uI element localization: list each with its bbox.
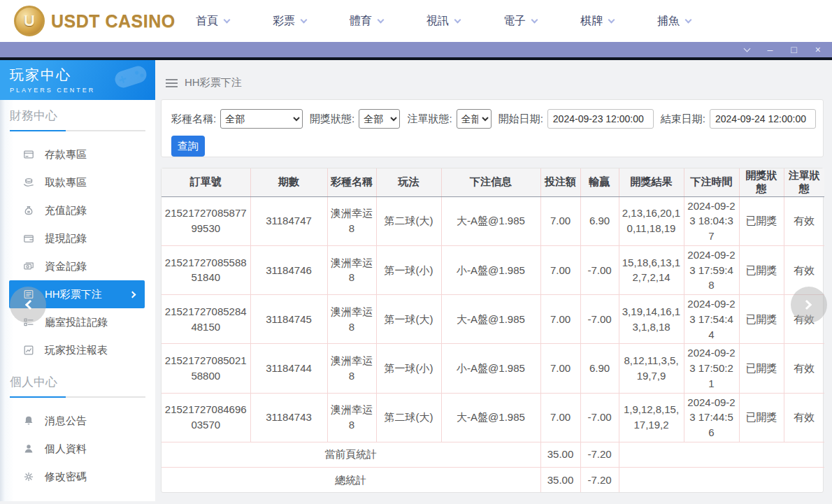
sidebar-item-label: HH彩票下注 bbox=[45, 288, 102, 301]
minimize-icon[interactable]: – bbox=[768, 45, 773, 55]
sidebar-item[interactable]: 資金記錄 bbox=[0, 252, 155, 280]
cell-result: 15,18,6,13,12,7,2,14 bbox=[619, 245, 684, 294]
summary-amount: 35.00 bbox=[540, 442, 580, 467]
column-header: 期數 bbox=[250, 168, 327, 196]
cell-amount: 7.00 bbox=[540, 196, 580, 245]
logo[interactable]: U USDT CASINO bbox=[14, 6, 176, 36]
lottery-name-label: 彩種名稱: bbox=[171, 113, 216, 126]
cell-win: -7.00 bbox=[580, 393, 619, 442]
cell-bet_info: 小-A盤@1.985 bbox=[441, 344, 540, 393]
cell-win: 6.90 bbox=[580, 344, 619, 393]
cell-result: 8,12,11,3,5,19,7,9 bbox=[619, 344, 684, 393]
sidebar-item[interactable]: 充值記錄 bbox=[0, 196, 155, 224]
sidebar-item[interactable]: 個人資料 bbox=[0, 435, 155, 463]
nav-item-fishing[interactable]: 捕魚 bbox=[657, 14, 691, 29]
cell-amount: 7.00 bbox=[540, 393, 580, 442]
sidebar: 玩家中心 PLAYERS CENTER 財務中心 存款專區 取款專區 bbox=[0, 60, 155, 501]
column-header: 玩法 bbox=[376, 168, 441, 196]
end-date-input[interactable] bbox=[710, 109, 816, 129]
sidebar-item-label: 取款專區 bbox=[45, 176, 87, 189]
draw-status-label: 開獎狀態: bbox=[310, 113, 354, 126]
cell-result: 2,13,16,20,10,11,18,19 bbox=[619, 196, 684, 245]
cell-period: 31184747 bbox=[250, 196, 327, 245]
cell-order_status: 有效 bbox=[784, 393, 824, 442]
sidebar-item[interactable]: 修改密碼 bbox=[0, 463, 155, 491]
chevron-down-icon bbox=[378, 16, 385, 23]
start-date-input[interactable] bbox=[547, 109, 654, 129]
cell-result: 1,9,12,8,15,17,19,2 bbox=[619, 393, 684, 442]
cell-order_status: 有效 bbox=[784, 344, 824, 393]
column-header: 開獎結果 bbox=[619, 168, 684, 196]
cell-amount: 7.00 bbox=[540, 245, 580, 294]
chevron-down-icon bbox=[608, 16, 615, 23]
cell-time: 2024-09-23 17:44:56 bbox=[684, 393, 739, 442]
cell-order: 2152172708469603570 bbox=[162, 393, 250, 442]
nav-item-slots[interactable]: 電子 bbox=[503, 14, 537, 29]
cell-lottery: 澳洲幸运8 bbox=[327, 245, 376, 294]
deposit-icon bbox=[23, 149, 34, 160]
cell-play: 第一球(大) bbox=[376, 295, 441, 344]
sidebar-item-label: 修改密碼 bbox=[45, 470, 87, 484]
nav-item-sports[interactable]: 體育 bbox=[350, 14, 383, 29]
nav-item-video[interactable]: 視訊 bbox=[426, 14, 460, 29]
window-titlebar: – □ × bbox=[0, 42, 832, 60]
cell-draw_status: 已開獎 bbox=[739, 344, 784, 393]
cell-win: 6.90 bbox=[580, 196, 619, 245]
sidebar-item[interactable]: 消息公告 bbox=[0, 407, 155, 435]
app-window: U USDT CASINO 首頁 彩票 體育 視訊 電子 棋牌 捕魚 bbox=[0, 0, 832, 504]
lottery-name-select[interactable]: 全部 bbox=[220, 109, 303, 129]
chevron-right-icon bbox=[129, 291, 136, 298]
titlebar-chevron-down-icon[interactable] bbox=[743, 45, 750, 52]
brand-title: USDT CASINO bbox=[51, 11, 175, 31]
nav-item-lottery[interactable]: 彩票 bbox=[273, 14, 306, 29]
sidebar-item[interactable]: 存款專區 bbox=[0, 141, 155, 168]
nav-item-cards[interactable]: 棋牌 bbox=[580, 14, 614, 29]
page-title: HH彩票下注 bbox=[185, 76, 242, 89]
sidebar-item[interactable]: 提現記錄 bbox=[0, 224, 155, 252]
table-row: 215217270855885184031184746澳洲幸运8第一球(小)小-… bbox=[162, 245, 824, 294]
sidebar-item[interactable]: 取款專區 bbox=[0, 168, 155, 196]
column-header: 訂單號 bbox=[162, 168, 250, 196]
draw-status-select[interactable]: 全部 bbox=[359, 109, 400, 129]
table-row: 215217270852844815031184745澳洲幸运8第一球(大)大-… bbox=[162, 295, 824, 344]
column-header: 注單狀態 bbox=[784, 168, 824, 196]
search-button[interactable]: 查詢 bbox=[171, 136, 205, 157]
sidebar-item-label: 個人資料 bbox=[45, 442, 87, 456]
column-header: 投注額 bbox=[540, 168, 580, 196]
sidebar-item-label: 玩家投注報表 bbox=[45, 344, 108, 357]
cell-order: 2152172708528448150 bbox=[162, 295, 250, 344]
chevron-down-icon bbox=[454, 16, 461, 23]
chevron-left-icon bbox=[25, 300, 35, 310]
nav-label: 捕魚 bbox=[657, 14, 680, 29]
cell-amount: 7.00 bbox=[540, 344, 580, 393]
column-header: 下注時間 bbox=[684, 168, 739, 196]
main-nav: 首頁 彩票 體育 視訊 電子 棋牌 捕魚 bbox=[196, 14, 691, 29]
chevron-right-icon bbox=[802, 300, 812, 310]
nav-item-home[interactable]: 首頁 bbox=[196, 14, 229, 29]
cell-play: 第二球(大) bbox=[376, 196, 441, 245]
sidebar-item[interactable]: 玩家投注報表 bbox=[0, 336, 155, 364]
nav-label: 電子 bbox=[503, 14, 526, 29]
sidebar-collapse-button[interactable] bbox=[10, 287, 46, 323]
nav-label: 體育 bbox=[350, 14, 372, 29]
panel-expand-button[interactable] bbox=[791, 287, 827, 323]
maximize-icon[interactable]: □ bbox=[791, 45, 796, 55]
breadcrumb: HH彩票下注 bbox=[166, 76, 824, 89]
logo-coin-icon: U bbox=[14, 6, 45, 36]
cell-lottery: 澳洲幸运8 bbox=[327, 196, 376, 245]
nav-label: 首頁 bbox=[196, 14, 218, 29]
nav-label: 視訊 bbox=[426, 14, 449, 29]
summary-row: 總統計 35.00 -7.20 bbox=[162, 467, 824, 492]
cell-bet_info: 小-A盤@1.985 bbox=[441, 245, 540, 294]
cell-period: 31184746 bbox=[250, 245, 327, 294]
hamburger-icon[interactable] bbox=[166, 79, 178, 87]
cell-order: 2152172708587799530 bbox=[162, 196, 250, 245]
cell-play: 第一球(小) bbox=[376, 245, 441, 294]
start-date-label: 開始日期: bbox=[499, 113, 543, 126]
close-icon[interactable]: × bbox=[815, 45, 821, 55]
table-row: 215217270846960357031184743澳洲幸运8第二球(大)大-… bbox=[162, 393, 824, 442]
main-content: HH彩票下注 彩種名稱: 全部 開獎狀態: 全部 注單狀態: 全部 開始日期: … bbox=[155, 60, 832, 501]
bets-table-panel: 訂單號期數彩種名稱玩法下注信息投注額輸贏開獎結果下注時間開獎狀態注單狀態 215… bbox=[161, 168, 824, 493]
end-date-label: 結束日期: bbox=[661, 113, 705, 126]
order-status-select[interactable]: 全部 bbox=[457, 109, 492, 129]
